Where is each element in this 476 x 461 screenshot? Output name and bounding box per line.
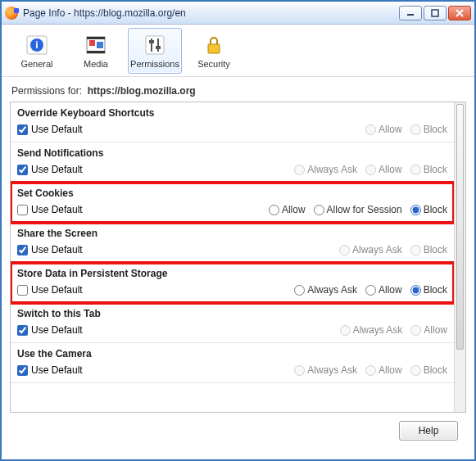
permission-controls: Use DefaultAllowAllow for SessionBlock [17, 204, 447, 215]
tab-label: Security [197, 59, 230, 69]
option-allow: Allow [365, 124, 402, 135]
option-label: Allow [379, 364, 402, 376]
option-allow: Allow [365, 164, 402, 175]
use-default-checkbox[interactable]: Use Default [17, 284, 83, 296]
option-label: Block [424, 164, 447, 175]
use-default-input[interactable] [17, 124, 28, 135]
minimize-button[interactable] [399, 6, 422, 20]
option-allow[interactable]: Allow [365, 284, 402, 296]
option-radio[interactable] [294, 285, 305, 296]
tab-general[interactable]: i General [10, 28, 64, 74]
help-label: Help [419, 425, 439, 436]
option-always_ask: Always Ask [294, 364, 357, 376]
option-radio [339, 245, 350, 255]
svg-rect-11 [97, 42, 103, 48]
use-default-input[interactable] [17, 165, 28, 175]
permissions-for-url: https://blog.mozilla.org [88, 85, 196, 97]
option-always_ask: Always Ask [294, 164, 357, 175]
option-radio[interactable] [410, 285, 421, 296]
use-default-checkbox[interactable]: Use Default [17, 364, 83, 376]
permission-row: Use the CameraUse DefaultAlways AskAllow… [11, 343, 454, 383]
permission-title: Override Keyboard Shortcuts [17, 107, 447, 119]
option-label: Allow [424, 324, 447, 336]
scrollbar[interactable] [454, 102, 465, 412]
tab-label: General [20, 59, 52, 69]
option-allow[interactable]: Allow [269, 204, 306, 215]
use-default-checkbox[interactable]: Use Default [17, 164, 83, 175]
use-default-label: Use Default [31, 124, 83, 135]
use-default-label: Use Default [31, 164, 83, 175]
option-label: Block [424, 124, 447, 135]
permission-title: Use the Camera [17, 348, 447, 359]
option-radio [365, 365, 376, 376]
sliders-icon [143, 33, 167, 57]
use-default-checkbox[interactable]: Use Default [17, 324, 83, 336]
use-default-label: Use Default [31, 204, 83, 215]
use-default-input[interactable] [17, 245, 28, 255]
window-controls [399, 6, 471, 20]
option-label: Always Ask [307, 364, 357, 376]
use-default-label: Use Default [31, 364, 83, 376]
option-label: Allow [282, 204, 306, 215]
permissions-panel: Override Keyboard ShortcutsUse DefaultAl… [10, 102, 466, 413]
option-label: Always Ask [307, 284, 357, 296]
option-block[interactable]: Block [410, 284, 447, 296]
option-always_ask[interactable]: Always Ask [294, 284, 357, 296]
titlebar: Page Info - https://blog.mozilla.org/en [2, 2, 474, 25]
option-radio [410, 165, 421, 175]
permission-controls: Use DefaultAlways AskAllowBlock [17, 284, 447, 296]
use-default-checkbox[interactable]: Use Default [17, 124, 83, 135]
close-button[interactable] [448, 6, 471, 20]
svg-rect-17 [208, 44, 220, 53]
permission-title: Store Data in Persistent Storage [17, 268, 447, 279]
permission-options: Always AskAllow [340, 324, 447, 336]
permission-controls: Use DefaultAllowBlock [17, 124, 447, 135]
permission-row: Set CookiesUse DefaultAllowAllow for Ses… [11, 183, 454, 223]
option-allow_for_session[interactable]: Allow for Session [314, 204, 402, 215]
svg-rect-8 [87, 37, 105, 39]
option-block: Block [410, 164, 447, 175]
svg-rect-9 [87, 51, 105, 53]
content-area: Permissions for: https://blog.mozilla.or… [2, 77, 474, 449]
footer: Help [10, 413, 466, 441]
tab-media[interactable]: Media [69, 28, 123, 74]
use-default-input[interactable] [17, 365, 28, 376]
firefox-icon [5, 7, 18, 20]
option-radio [410, 245, 421, 255]
permission-row: Share the ScreenUse DefaultAlways AskBlo… [11, 223, 454, 263]
tab-label: Permissions [130, 59, 179, 69]
scrollbar-thumb[interactable] [456, 104, 464, 350]
toolbar: i General Media Permissions Security [2, 25, 474, 77]
permission-options: Always AskAllowBlock [294, 284, 447, 296]
svg-rect-12 [146, 36, 164, 54]
option-label: Allow [379, 124, 402, 135]
tab-security[interactable]: Security [187, 28, 241, 74]
permission-title: Switch to this Tab [17, 308, 447, 319]
help-button[interactable]: Help [399, 421, 458, 441]
permission-options: Always AskAllowBlock [294, 164, 447, 175]
permission-options: AllowAllow for SessionBlock [269, 204, 447, 215]
use-default-input[interactable] [17, 325, 28, 336]
option-label: Block [424, 204, 447, 215]
permission-row: Switch to this TabUse DefaultAlways AskA… [11, 303, 454, 343]
option-radio[interactable] [314, 205, 324, 215]
option-radio[interactable] [410, 205, 421, 215]
use-default-input[interactable] [17, 205, 28, 215]
option-label: Always Ask [307, 164, 357, 175]
use-default-input[interactable] [17, 285, 28, 296]
option-radio [365, 165, 376, 175]
use-default-checkbox[interactable]: Use Default [17, 204, 83, 215]
option-radio[interactable] [365, 285, 376, 296]
use-default-checkbox[interactable]: Use Default [17, 244, 83, 255]
maximize-button[interactable] [424, 6, 447, 20]
option-label: Always Ask [352, 244, 402, 255]
option-label: Block [424, 364, 447, 376]
option-block[interactable]: Block [410, 204, 447, 215]
option-label: Allow for Session [327, 204, 402, 215]
option-block: Block [410, 364, 447, 376]
tab-permissions[interactable]: Permissions [128, 28, 182, 74]
option-radio[interactable] [269, 205, 279, 215]
info-icon: i [25, 33, 49, 57]
option-always_ask: Always Ask [340, 324, 403, 336]
option-label: Allow [379, 164, 402, 175]
